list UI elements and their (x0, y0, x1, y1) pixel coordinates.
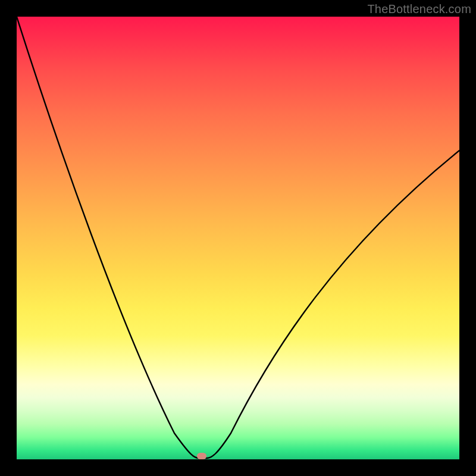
plot-area (17, 17, 459, 459)
bottleneck-curve (17, 17, 459, 459)
curve-path (17, 17, 459, 458)
watermark-label: TheBottleneck.com (367, 2, 471, 16)
chart-frame: TheBottleneck.com (0, 0, 476, 476)
optimal-marker (197, 453, 206, 459)
